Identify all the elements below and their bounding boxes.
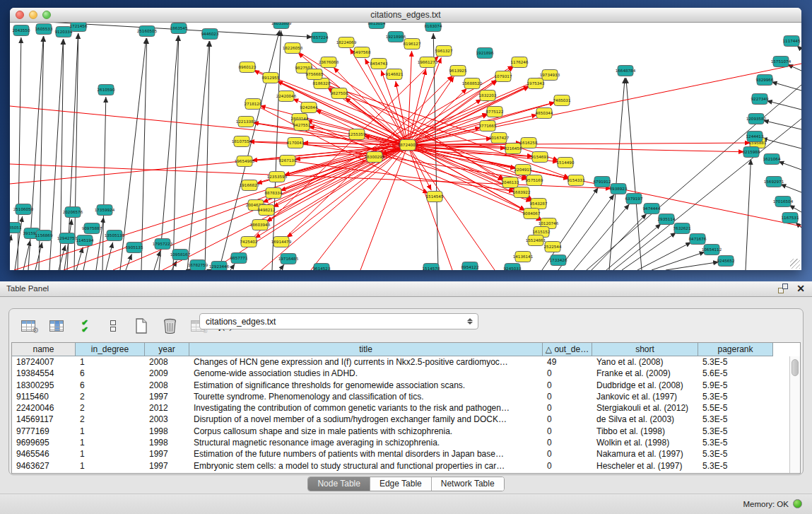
graph-node[interactable]: 10167427: [489, 133, 510, 144]
graph-node[interactable]: 2046133: [502, 177, 519, 188]
graph-node[interactable]: 5961327: [435, 46, 453, 57]
graph-node[interactable]: 1921896: [476, 48, 494, 59]
graph-node[interactable]: 12213383: [236, 117, 257, 127]
graph-node[interactable]: 9427552: [293, 120, 311, 131]
graph-node[interactable]: 19166827: [240, 180, 260, 191]
graph-node[interactable]: 10654112: [702, 245, 722, 255]
graph-node[interactable]: 17957223: [153, 239, 173, 250]
graph-node[interactable]: 4850344: [536, 108, 553, 119]
select-column-button[interactable]: [47, 317, 66, 335]
graph-node[interactable]: 15692971: [764, 177, 784, 187]
graph-node[interactable]: 2610590: [98, 85, 115, 95]
graph-node[interactable]: 19861273: [418, 57, 438, 68]
graph-node[interactable]: 2522544: [544, 242, 562, 252]
graph-node[interactable]: 1514578: [423, 264, 440, 271]
tab-edge-table[interactable]: Edge Table: [370, 477, 432, 491]
graph-node[interactable]: 8954122: [461, 262, 479, 271]
graph-node[interactable]: 1514545: [426, 192, 444, 202]
table-row[interactable]: 911546021997Tourette syndrome. Phenomeno…: [12, 391, 800, 402]
graph-node[interactable]: 2718120: [245, 99, 262, 110]
graph-node[interactable]: 19218986: [386, 32, 406, 42]
graph-node[interactable]: 25106050: [13, 204, 34, 215]
graph-node[interactable]: 9146821: [386, 69, 404, 80]
graph-node[interactable]: 1079317: [495, 71, 512, 82]
graph-node[interactable]: 5497568: [353, 47, 371, 58]
table-row[interactable]: 969969511998Structural magnetic resonanc…: [12, 437, 800, 448]
table-selector-dropdown[interactable]: citations_edges.txt: [199, 313, 478, 329]
network-canvas[interactable]: 1872400789601238912955182260589827503818…: [10, 23, 801, 270]
graph-node[interactable]: 18107554: [232, 136, 252, 147]
column-header-in_degree[interactable]: in_degree: [76, 343, 145, 356]
table-row[interactable]: 1872400712008Changes of HCN gene express…: [12, 356, 800, 368]
tab-node-table[interactable]: Node Table: [308, 477, 370, 491]
column-header-pagerank[interactable]: pagerank: [698, 343, 773, 356]
graph-node[interactable]: 9857771: [230, 253, 248, 264]
graph-node[interactable]: 2935114: [658, 214, 676, 225]
graph-node[interactable]: 14136141: [513, 252, 534, 262]
graph-node[interactable]: 9245033: [504, 264, 522, 271]
graph-node[interactable]: 16782759: [188, 260, 208, 271]
graph-node[interactable]: 7425402: [240, 237, 258, 247]
graph-node[interactable]: 12923446: [209, 262, 230, 271]
graph-node[interactable]: 22420046: [276, 91, 297, 102]
graph-node[interactable]: 1975343: [527, 78, 545, 89]
graph-node[interactable]: 9613925: [449, 66, 467, 76]
graph-node[interactable]: 19734933: [540, 70, 560, 81]
column-header-year[interactable]: year: [145, 343, 189, 356]
graph-node[interactable]: 16648784: [616, 66, 636, 76]
graph-node[interactable]: 3771665: [479, 121, 497, 132]
graph-node[interactable]: 6791912: [594, 177, 611, 187]
graph-node[interactable]: 10958167: [170, 250, 191, 260]
graph-node[interactable]: 8454743: [370, 59, 388, 69]
table-row[interactable]: 1456911722003Disruption of a novel membe…: [12, 414, 800, 425]
graph-node[interactable]: 9154333: [567, 175, 585, 186]
graph-node[interactable]: 1117445: [783, 36, 801, 47]
table-row[interactable]: 2242004622012Investigating the contribut…: [12, 402, 800, 414]
graph-node[interactable]: 9614523: [313, 264, 331, 271]
graph-node[interactable]: 3215988: [743, 147, 760, 158]
graph-node[interactable]: 18724007: [398, 140, 418, 151]
table-row[interactable]: 1830029562008Estimation of significance …: [12, 380, 800, 391]
graph-node[interactable]: 8960123: [239, 62, 257, 73]
graph-node[interactable]: 8267130: [279, 156, 297, 166]
graph-node[interactable]: 12093582: [746, 114, 766, 124]
graph-node[interactable]: 9154691: [531, 152, 549, 163]
graph-node[interactable]: 90975887: [82, 223, 102, 234]
graph-node[interactable]: 2043550: [13, 25, 30, 36]
graph-node[interactable]: 1255359: [348, 129, 366, 140]
column-header-short[interactable]: short: [592, 343, 698, 356]
graph-node[interactable]: 8912955: [262, 73, 280, 83]
graph-node[interactable]: 17016504: [773, 197, 794, 207]
graph-node[interactable]: 18300295: [365, 152, 385, 163]
graph-node[interactable]: 9543287: [530, 199, 548, 209]
graph-node[interactable]: 18226058: [283, 43, 303, 54]
graph-node[interactable]: 15524861: [526, 235, 546, 246]
column-header-out_de[interactable]: △ out_de…: [543, 343, 592, 356]
graph-node[interactable]: 7632621: [673, 223, 691, 234]
graph-node[interactable]: 8775122: [486, 107, 504, 117]
graph-node[interactable]: 1167531: [782, 213, 799, 223]
graph-node[interactable]: 15688520: [462, 78, 483, 89]
graph-node[interactable]: 17359924: [95, 205, 115, 216]
graph-node[interactable]: 9245652: [717, 256, 735, 267]
show-columns-button[interactable]: ✔✔: [76, 317, 94, 335]
graph-node[interactable]: 16033809: [271, 23, 292, 29]
delete-column-button[interactable]: [160, 317, 179, 335]
graph-node[interactable]: 9446023: [201, 29, 219, 40]
graph-node[interactable]: 7485031: [553, 95, 571, 106]
graph-node[interactable]: 18603948: [250, 220, 271, 230]
graph-node[interactable]: 8813054: [368, 23, 386, 29]
graph-node[interactable]: 1176246: [511, 57, 529, 68]
graph-node[interactable]: 8183074: [425, 23, 442, 32]
graph-node[interactable]: 16914479: [271, 237, 292, 247]
graph-node[interactable]: 1621064: [763, 154, 781, 165]
graph-node[interactable]: 4170041: [287, 138, 305, 148]
table-row[interactable]: 946362711997Embryonic stem cells: a mode…: [12, 460, 800, 472]
graph-node[interactable]: 9084067: [523, 209, 541, 219]
graph-node[interactable]: 12353593: [267, 172, 288, 182]
graph-node[interactable]: 8196127: [404, 39, 421, 49]
graph-node[interactable]: 18224069: [336, 37, 357, 48]
graph-node[interactable]: 9329966: [756, 75, 774, 86]
graph-node[interactable]: 23676068: [319, 57, 339, 68]
graph-node[interactable]: 5905135: [126, 243, 143, 253]
